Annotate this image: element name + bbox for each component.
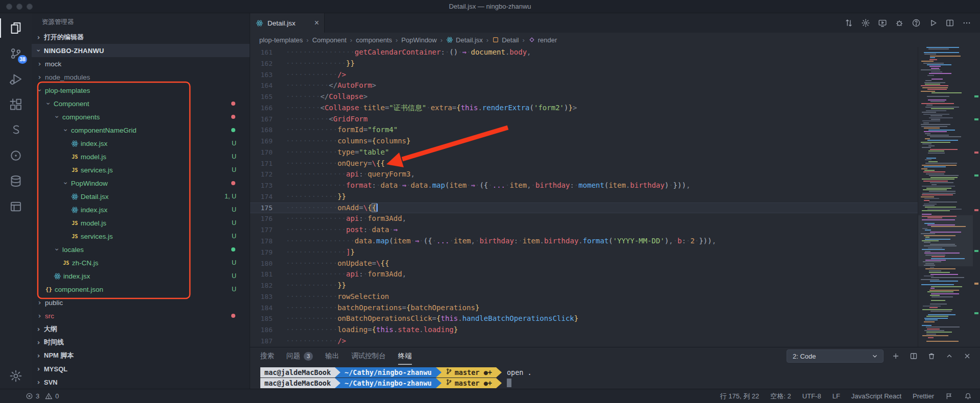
code-line[interactable]: 183············rowSelection <box>250 291 918 303</box>
bell-icon[interactable] <box>964 392 972 400</box>
close-window-icon[interactable] <box>6 4 12 10</box>
help-icon[interactable] <box>910 17 922 29</box>
tree-item[interactable]: ›public <box>32 296 250 309</box>
breadcrumb-item[interactable]: render <box>528 36 557 44</box>
explorer-icon[interactable] <box>0 15 32 41</box>
code-line[interactable]: 167··········<GridForm <box>250 114 918 125</box>
sidebar-section[interactable]: ›NPM 脚本 <box>32 349 250 362</box>
code-line[interactable]: 180············onUpdate=\{{ <box>250 258 918 269</box>
terminal[interactable]: mac@jaldeMacBook~/Cathy/ningbo-zhanwumas… <box>250 365 980 389</box>
feedback-icon[interactable] <box>945 392 953 400</box>
problems-indicator[interactable]: 3 0 <box>26 392 59 400</box>
code-line[interactable]: 179··············]} <box>250 247 918 258</box>
tree-item[interactable]: JSmodel.jsU <box>32 216 250 230</box>
tree-item[interactable]: Detail.jsx1, U <box>32 190 250 203</box>
code-line[interactable]: 176··············api:·form3Add, <box>250 213 918 224</box>
split-editor-icon[interactable] <box>944 17 956 29</box>
tree-item[interactable]: ›componentNameGrid <box>32 123 250 137</box>
code-line[interactable]: 170············type="table" <box>250 147 918 158</box>
eol[interactable]: LF <box>832 392 840 400</box>
settings-gear-icon[interactable] <box>860 17 872 29</box>
sidebar-section[interactable]: ›SVN <box>32 375 250 389</box>
sidebar-section[interactable]: ›大纲 <box>32 322 250 336</box>
code-line[interactable]: 177··············post:·data·⇒ <box>250 224 918 236</box>
panel-tab[interactable]: 问题3 <box>286 347 313 365</box>
split-terminal-icon[interactable] <box>908 350 919 362</box>
sidebar-section[interactable]: ›时间线 <box>32 336 250 349</box>
indentation[interactable]: 空格: 2 <box>770 392 791 401</box>
breadcrumb-item[interactable]: PopWindow <box>401 36 436 44</box>
code-line[interactable]: 173··············format:·data·⇒·data.map… <box>250 180 918 191</box>
code-editor[interactable]: 161················getCalendarContainer:… <box>250 47 918 347</box>
code-line[interactable]: 164··········</AutoForm> <box>250 80 918 91</box>
tree-item[interactable]: ›PopWindow <box>32 177 250 190</box>
panel-tab[interactable]: 调试控制台 <box>351 347 386 365</box>
tree-item[interactable]: ›mock <box>32 57 250 70</box>
tree-item[interactable]: JSservices.jsU <box>32 163 250 177</box>
tree-item[interactable]: JSservices.jsU <box>32 230 250 243</box>
workspace-section[interactable]: › NINGBO-ZHANWU <box>32 44 250 57</box>
code-line[interactable]: 185············onBatchOperationsClick={t… <box>250 313 918 324</box>
breadcrumb-item[interactable]: components <box>356 36 392 44</box>
bug-icon[interactable] <box>893 17 905 29</box>
code-line[interactable]: 163············/> <box>250 69 918 81</box>
code-line[interactable]: 165········</Collapse> <box>250 91 918 103</box>
breadcrumb-item[interactable]: plop-templates <box>259 36 303 44</box>
minimap-slider[interactable] <box>918 215 973 266</box>
code-line[interactable]: 168············formId="form4" <box>250 124 918 136</box>
tree-item[interactable]: ›components <box>32 110 250 123</box>
encoding[interactable]: UTF-8 <box>802 392 821 400</box>
code-line[interactable]: 187············/> <box>250 336 918 347</box>
tree-item[interactable]: ›plop-templates <box>32 84 250 97</box>
tree-item[interactable]: ›src <box>32 309 250 322</box>
terminal-selector[interactable]: 2: Code <box>787 349 884 363</box>
open-preview-icon[interactable] <box>876 17 889 29</box>
tree-item[interactable]: ›locales <box>32 243 250 256</box>
tree-item[interactable]: ›node_modules <box>32 70 250 84</box>
run-icon[interactable] <box>927 17 939 29</box>
run-debug-icon[interactable] <box>0 66 32 92</box>
database-icon[interactable] <box>0 168 32 194</box>
code-line[interactable]: 181··············api:·form3Add, <box>250 269 918 280</box>
breadcrumb-item[interactable]: Detail.jsx <box>446 36 483 44</box>
code-line[interactable]: 186············loading={this.state.loadi… <box>250 324 918 336</box>
tree-item[interactable]: {}component.jsonU <box>32 283 250 296</box>
tree-item[interactable]: index.jsxU <box>32 203 250 216</box>
trash-icon[interactable] <box>926 350 937 362</box>
panel-tab[interactable]: 输出 <box>325 347 339 365</box>
open-editors-section[interactable]: › 打开的编辑器 <box>32 31 250 44</box>
source-control-icon[interactable]: 38 <box>0 41 32 66</box>
sidebar-section[interactable]: ›MYSQL <box>32 362 250 375</box>
code-line[interactable]: 169············columns={columns} <box>250 136 918 147</box>
close-tab-icon[interactable]: × <box>314 18 319 28</box>
more-actions-icon[interactable] <box>961 17 973 29</box>
new-terminal-plus-icon[interactable] <box>890 350 901 362</box>
tree-item[interactable]: JSzh-CN.jsU <box>32 256 250 269</box>
code-line[interactable]: 166········<Collapse·title="证书信息"·extra=… <box>250 103 918 114</box>
settings-gear-icon[interactable] <box>0 363 32 389</box>
circle-icon[interactable] <box>0 143 32 168</box>
panel-tab[interactable]: 终端 <box>398 347 412 365</box>
code-line[interactable]: 184············batchOperations={batchOpe… <box>250 303 918 314</box>
breadcrumb-item[interactable]: Detail <box>492 36 519 44</box>
code-line[interactable]: 172··············api:·queryForm3, <box>250 169 918 180</box>
compare-changes-icon[interactable] <box>843 17 855 29</box>
code-line[interactable]: 182············}} <box>250 280 918 291</box>
code-line[interactable]: 175············onAdd=\{{ <box>250 203 918 214</box>
minimap[interactable] <box>918 47 973 347</box>
cursor-position[interactable]: 行 175, 列 22 <box>720 392 760 401</box>
maximize-panel-chevron-up-icon[interactable] <box>944 350 955 362</box>
tree-item[interactable]: JSmodel.jsU <box>32 150 250 163</box>
minimize-window-icon[interactable] <box>16 4 22 10</box>
code-line[interactable]: 178················data.map(item·⇒·({·..… <box>250 236 918 247</box>
zoom-window-icon[interactable] <box>27 4 33 10</box>
code-line[interactable]: 162··············}} <box>250 58 918 69</box>
tree-item[interactable]: index.jsxU <box>32 137 250 150</box>
code-line[interactable]: 174············}} <box>250 191 918 203</box>
tree-item[interactable]: ›Component <box>32 97 250 110</box>
s-curve-icon[interactable] <box>0 117 32 143</box>
language-mode[interactable]: JavaScript React <box>851 392 901 400</box>
tree-item[interactable]: index.jsxU <box>32 269 250 283</box>
card-icon[interactable] <box>0 194 32 219</box>
panel-tab[interactable]: 搜索 <box>260 347 274 365</box>
